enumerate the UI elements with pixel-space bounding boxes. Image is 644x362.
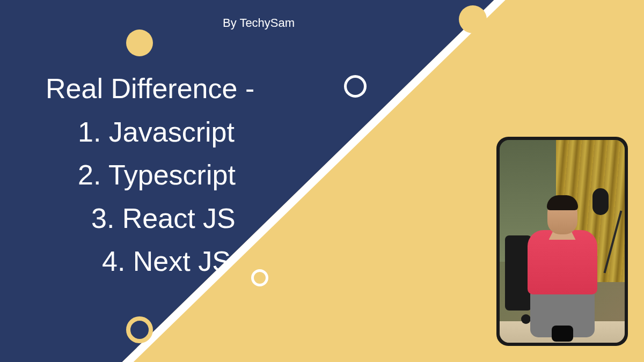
presenter-figure <box>519 193 605 327</box>
microphone-icon <box>592 188 609 215</box>
gold-circle-icon <box>459 5 487 33</box>
list-item: 1. Javascript <box>78 110 254 154</box>
list-item: 3. React JS <box>91 197 254 240</box>
white-ring-icon <box>251 269 268 286</box>
shirt-shape <box>528 230 597 294</box>
main-content-text: Real Difference - 1. Javascript 2. Types… <box>46 67 254 283</box>
gold-ring-icon <box>126 316 153 343</box>
presenter-video-frame <box>496 137 628 346</box>
presenter-video <box>500 140 625 343</box>
hair-shape <box>547 195 578 210</box>
home-button-decoration <box>552 326 573 342</box>
white-ring-icon <box>344 75 367 98</box>
title-line: Real Difference - <box>46 67 254 110</box>
byline-text: By TechySam <box>223 16 295 30</box>
list-item: 4. Next JS <box>102 240 254 283</box>
list-item: 2. Typescript <box>78 153 254 197</box>
gold-circle-icon <box>126 29 153 56</box>
